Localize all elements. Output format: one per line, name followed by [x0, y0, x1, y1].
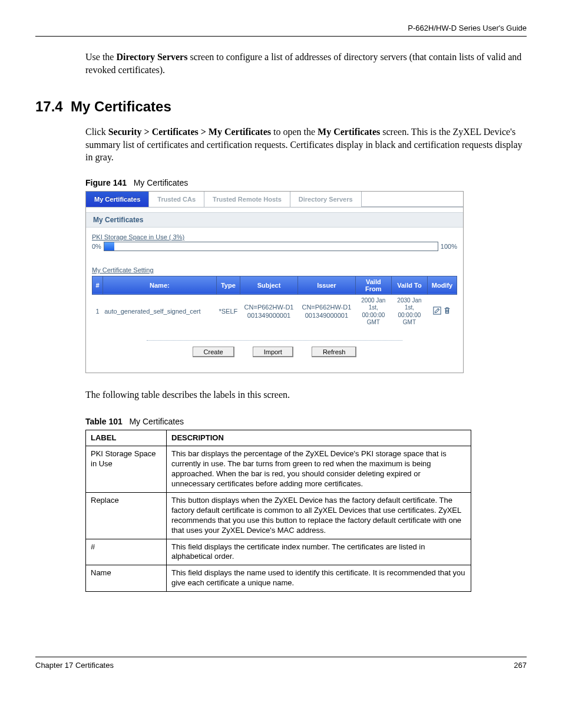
row-desc: This bar displays the percentage of the …	[167, 446, 471, 493]
storage-max: 100%	[441, 243, 457, 250]
section-title: My Certificates	[71, 98, 171, 114]
row-label: Name	[86, 565, 167, 592]
storage-row: 0% 100%	[92, 242, 457, 251]
figure-title: My Certificates	[134, 178, 189, 187]
row-desc: This button displays when the ZyXEL Devi…	[167, 493, 471, 539]
svg-rect-0	[434, 307, 441, 314]
figure-label: Figure 141	[85, 178, 127, 187]
click-paragraph: Click Security > Certificates > My Certi…	[85, 126, 527, 164]
tab-my-certificates[interactable]: My Certificates	[86, 192, 149, 207]
row-label: Replace	[86, 493, 167, 539]
col-subject[interactable]: Subject	[240, 276, 298, 294]
table-caption: Table 101 My Certificates	[85, 417, 527, 426]
screenshot-figure: My Certificates Trusted CAs Trusted Remo…	[85, 191, 464, 373]
row-label: PKI Storage Space in Use	[86, 446, 167, 493]
click-path: Security > Certificates > My Certificate…	[108, 127, 271, 137]
trash-icon[interactable]	[443, 307, 451, 317]
refresh-button[interactable]: Refresh	[312, 347, 357, 357]
setting-label: My Certificate Setting	[92, 266, 457, 274]
row-desc: This field displays the certificate inde…	[167, 539, 471, 565]
section-number: 17.4	[35, 98, 63, 114]
cell-subject: CN=P662HW-D1 001349000001	[240, 294, 298, 329]
cell-valid-to: 2030 Jan 1st, 00:00:00 GMT	[391, 294, 427, 329]
tab-trusted-remote-hosts[interactable]: Trusted Remote Hosts	[204, 192, 290, 207]
desc-head-desc: DESCRIPTION	[167, 430, 471, 446]
footer-chapter: Chapter 17 Certificates	[35, 661, 114, 670]
cell-modify	[427, 294, 457, 329]
footer-page: 267	[514, 661, 527, 670]
col-valid-to[interactable]: Vaild To	[391, 276, 427, 294]
table-row: Replace This button displays when the Zy…	[86, 493, 471, 539]
table-row: # This field displays the certificate in…	[86, 539, 471, 565]
create-button[interactable]: Create	[193, 347, 234, 357]
tab-spacer	[362, 192, 463, 207]
storage-bar-fill	[104, 242, 114, 251]
col-modify[interactable]: Modify	[427, 276, 457, 294]
table-row: 1 auto_generated_self_signed_cert *SELF …	[92, 294, 457, 329]
col-type[interactable]: Type	[216, 276, 240, 294]
click-mid: to open the	[271, 127, 318, 137]
post-figure-text: The following table describes the labels…	[85, 388, 527, 401]
cell-issuer: CN=P662HW-D1 001349000001	[297, 294, 355, 329]
tab-bar: My Certificates Trusted CAs Trusted Remo…	[86, 192, 463, 207]
cell-type: *SELF	[216, 294, 240, 329]
cell-name: auto_generated_self_signed_cert	[103, 294, 216, 329]
section-heading: 17.4 My Certificates	[35, 98, 527, 115]
col-valid-from[interactable]: Vaild From	[355, 276, 391, 294]
row-desc: This field displays the name used to ide…	[167, 565, 471, 592]
button-row: Create Import Refresh	[147, 340, 402, 357]
running-header: P-662H/HW-D Series User's Guide	[35, 24, 527, 32]
click-pre: Click	[85, 127, 108, 137]
table-row: Name This field displays the name used t…	[86, 565, 471, 592]
table-row: PKI Storage Space in Use This bar displa…	[86, 446, 471, 493]
table-label: Table 101	[85, 417, 123, 426]
tab-gap	[86, 207, 463, 212]
intro-pre: Use the	[85, 52, 116, 62]
storage-label: PKI Storage Space in Use ( 3%)	[92, 233, 457, 241]
tab-directory-servers[interactable]: Directory Servers	[290, 192, 362, 207]
storage-min: 0%	[92, 243, 101, 250]
storage-bar	[104, 242, 438, 251]
col-name[interactable]: Name:	[103, 276, 216, 294]
import-button[interactable]: Import	[253, 347, 293, 357]
cert-table: # Name: Type Subject Issuer Vaild From V…	[92, 276, 457, 330]
panel-body: PKI Storage Space in Use ( 3%) 0% 100% M…	[86, 228, 463, 373]
col-issuer[interactable]: Issuer	[297, 276, 355, 294]
intro-paragraph: Use the Directory Servers screen to conf…	[85, 51, 527, 76]
desc-header-row: LABEL DESCRIPTION	[86, 430, 471, 446]
figure-caption: Figure 141 My Certificates	[85, 178, 527, 187]
panel-title: My Certificates	[86, 212, 463, 228]
cell-num: 1	[92, 294, 103, 329]
cell-valid-from: 2000 Jan 1st, 00:00:00 GMT	[355, 294, 391, 329]
col-num[interactable]: #	[92, 276, 103, 294]
desc-head-label: LABEL	[86, 430, 167, 446]
table-title: My Certificates	[129, 417, 184, 426]
click-screen: My Certificates	[318, 127, 380, 137]
page-footer: Chapter 17 Certificates 267	[35, 657, 527, 670]
cert-header-row: # Name: Type Subject Issuer Vaild From V…	[92, 276, 457, 294]
intro-bold: Directory Servers	[116, 52, 187, 62]
header-rule	[35, 36, 527, 37]
description-table: LABEL DESCRIPTION PKI Storage Space in U…	[85, 430, 471, 592]
edit-icon[interactable]	[433, 307, 441, 317]
row-label: #	[86, 539, 167, 565]
tab-trusted-cas[interactable]: Trusted CAs	[149, 192, 204, 207]
